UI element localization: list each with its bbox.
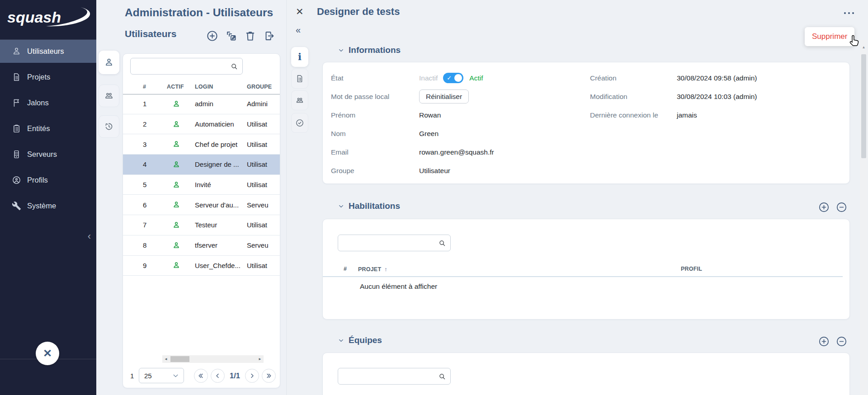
col-actif[interactable]: ACTIF <box>167 84 195 90</box>
equipes-search <box>338 368 451 385</box>
more-menu-button[interactable] <box>843 9 855 17</box>
tab-history[interactable] <box>99 115 119 138</box>
tab-authorizations[interactable] <box>291 113 308 133</box>
active-toggle[interactable]: ✓ <box>443 73 463 83</box>
habilitations-search-input[interactable] <box>338 239 438 247</box>
row-num: 6 <box>123 201 167 209</box>
tab-users[interactable] <box>99 51 119 74</box>
tab-information[interactable]: i <box>291 47 308 67</box>
chevron-double-right-icon <box>265 372 272 379</box>
scrollbar-thumb[interactable] <box>170 356 189 362</box>
section-equipes-header[interactable]: Équipes <box>338 335 382 345</box>
sidebar-collapse-arrow[interactable]: ‹ <box>88 231 91 241</box>
scrollbar-track[interactable] <box>170 355 256 363</box>
profile-badge-icon <box>12 175 21 185</box>
delete-user-menu-item[interactable]: Supprimer <box>805 27 854 46</box>
export-users-button[interactable] <box>263 30 275 42</box>
reset-password-button[interactable]: Réinitialiser <box>419 89 469 103</box>
section-habilitations-header[interactable]: Habilitations <box>338 201 400 211</box>
users-search <box>130 58 243 75</box>
col-num[interactable]: # <box>123 84 167 90</box>
table-row[interactable]: 1 admin Admini <box>123 94 280 114</box>
first-page-button[interactable] <box>194 369 208 383</box>
field-email: Email rowan.green@squash.fr <box>331 143 584 161</box>
field-value[interactable]: rowan.green@squash.fr <box>419 148 494 156</box>
plus-circle-icon <box>818 202 830 213</box>
collapse-panel-button[interactable]: « <box>296 25 301 35</box>
delete-users-button[interactable] <box>244 30 256 42</box>
check-icon: ✓ <box>447 74 452 82</box>
col-profil[interactable]: PROFIL <box>681 266 702 272</box>
sort-asc-icon: ↑ <box>384 266 387 273</box>
add-user-button[interactable] <box>206 30 218 42</box>
table-row-selected[interactable]: 4 Designer de ... Utilisat <box>123 155 280 175</box>
field-value: 30/08/2024 09:58 (admin) <box>677 74 757 82</box>
next-page-button[interactable] <box>245 369 259 383</box>
sidebar-item-utilisateurs[interactable]: Utilisateurs <box>0 40 96 63</box>
search-icon[interactable] <box>438 239 446 247</box>
table-row[interactable]: 2 Automaticien Utilisat <box>123 114 280 135</box>
squash-logo[interactable]: squash <box>5 4 93 32</box>
table-row[interactable]: 5 Invité Utilisat <box>123 175 280 195</box>
col-groupe[interactable]: GROUPE <box>247 84 280 90</box>
equipes-search-input[interactable] <box>338 372 438 380</box>
more-dots-icon <box>843 9 855 17</box>
table-row[interactable]: 8 tfserver Serveu <box>123 235 280 256</box>
field-value[interactable]: Green <box>419 130 439 138</box>
info-icon: i <box>298 52 302 61</box>
scroll-right-icon[interactable]: ► <box>256 355 264 363</box>
col-projet[interactable]: PROJET ↑ <box>358 266 387 273</box>
page-size-select[interactable]: 25 <box>139 368 184 383</box>
tab-user-teams[interactable] <box>291 90 308 110</box>
field-label: Nom <box>331 130 419 138</box>
sidebar-item-jalons[interactable]: Jalons <box>0 91 96 114</box>
table-row[interactable]: 6 Serveur d'au... Serveu <box>123 195 280 215</box>
mass-edit-button[interactable] <box>225 30 237 42</box>
users-search-input[interactable] <box>131 62 230 70</box>
scroll-up-icon[interactable]: ▲ <box>860 45 868 49</box>
add-habilitation-button[interactable] <box>818 202 830 213</box>
row-groupe: Utilisat <box>247 181 280 188</box>
table-row[interactable]: 9 User_Chefde... Utilisat <box>123 256 280 276</box>
sidebar-item-entites[interactable]: Entités <box>0 117 96 140</box>
vertical-scrollbar[interactable]: ▲ <box>860 40 868 395</box>
row-groupe: Admini <box>247 100 280 108</box>
search-icon[interactable] <box>230 62 238 71</box>
row-num: 1 <box>123 100 167 108</box>
last-page-button[interactable] <box>262 369 276 383</box>
field-value[interactable]: Rowan <box>419 111 441 119</box>
field-label: Dernière connexion le <box>590 111 677 119</box>
close-admin-button[interactable]: ✕ <box>36 342 59 365</box>
add-equipe-button[interactable] <box>818 336 830 347</box>
col-login[interactable]: LOGIN <box>195 84 247 90</box>
field-label: Email <box>331 148 419 156</box>
horizontal-scrollbar[interactable]: ◄ ► <box>162 355 264 363</box>
sidebar-item-serveurs[interactable]: Serveurs <box>0 143 96 166</box>
prev-page-button[interactable] <box>211 369 225 383</box>
remove-equipe-button[interactable] <box>836 336 847 347</box>
row-num: 9 <box>123 262 167 269</box>
row-num: 5 <box>123 181 167 188</box>
active-user-icon <box>167 221 195 229</box>
scrollbar-thumb[interactable] <box>861 54 866 158</box>
sidebar-item-profils[interactable]: Profils <box>0 169 96 192</box>
scroll-left-icon[interactable]: ◄ <box>162 355 170 363</box>
sidebar-item-label: Serveurs <box>27 150 57 159</box>
field-derniere-connexion: Dernière connexion le jamais <box>590 106 841 124</box>
col-num[interactable]: # <box>344 266 347 272</box>
sidebar-item-projets[interactable]: Projets <box>0 66 96 89</box>
section-informations-header[interactable]: Informations <box>338 45 401 55</box>
page-title: Administration - Utilisateurs <box>125 6 273 19</box>
tab-description[interactable] <box>291 69 308 89</box>
remove-habilitation-button[interactable] <box>836 202 847 213</box>
field-value[interactable]: Utilisateur <box>419 167 450 175</box>
wrench-icon <box>12 201 21 211</box>
row-groupe: Utilisat <box>247 160 280 168</box>
close-detail-button[interactable]: ✕ <box>296 6 304 17</box>
sidebar-item-systeme[interactable]: Système <box>0 194 96 217</box>
tab-teams[interactable] <box>99 85 119 107</box>
table-row[interactable]: 7 Testeur Utilisat <box>123 215 280 235</box>
row-num: 2 <box>123 120 167 128</box>
search-icon[interactable] <box>438 372 446 381</box>
table-row[interactable]: 3 Chef de projet Utilisat <box>123 134 280 155</box>
